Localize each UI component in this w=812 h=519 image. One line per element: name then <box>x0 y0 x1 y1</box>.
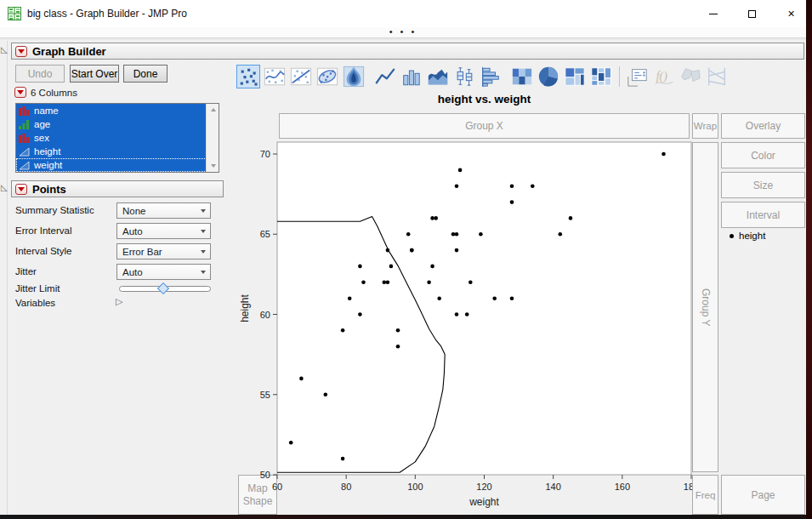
wrap-dropzone[interactable]: Wrap <box>692 113 718 139</box>
data-point[interactable] <box>510 296 514 300</box>
data-point[interactable] <box>386 281 390 285</box>
data-point[interactable] <box>430 216 434 220</box>
data-point[interactable] <box>324 393 328 397</box>
undo-button[interactable]: Undo <box>15 65 65 83</box>
pie-element-icon[interactable] <box>537 65 560 88</box>
interval-style-select[interactable]: Error Bar <box>116 243 211 260</box>
line-of-fit-element-icon[interactable] <box>289 65 313 88</box>
caption-box-element-icon[interactable] <box>626 65 650 88</box>
data-point[interactable] <box>451 232 456 237</box>
points-red-triangle-icon[interactable] <box>15 184 27 195</box>
data-point[interactable] <box>361 281 366 285</box>
column-item-sex[interactable]: sex <box>16 131 207 145</box>
data-point[interactable] <box>358 312 362 317</box>
data-point[interactable] <box>389 265 394 269</box>
page-dropzone[interactable]: Page <box>721 475 805 515</box>
variables-disclosure-icon[interactable]: ▷ <box>116 296 122 307</box>
close-button[interactable]: × <box>772 0 810 27</box>
interval-dropzone[interactable]: Interval <box>721 202 805 228</box>
parallel-element-icon[interactable] <box>705 65 729 88</box>
histogram-element-icon[interactable] <box>479 65 503 88</box>
summary-statistic-select[interactable]: None <box>116 202 211 219</box>
scroll-down-icon[interactable] <box>207 160 219 172</box>
column-item-height[interactable]: height <box>16 145 207 158</box>
columns-listbox[interactable]: name age sex height weight <box>15 103 219 173</box>
jitter-limit-slider[interactable] <box>119 286 211 292</box>
data-point[interactable] <box>662 152 666 157</box>
data-point[interactable] <box>430 265 434 269</box>
jitter-label: Jitter <box>15 266 37 277</box>
data-point[interactable] <box>396 345 400 349</box>
data-point[interactable] <box>531 184 535 188</box>
overlay-dropzone[interactable]: Overlay <box>721 113 805 139</box>
ellipse-element-icon[interactable] <box>315 65 339 88</box>
jitter-select[interactable]: Auto <box>116 264 211 280</box>
maximize-button[interactable] <box>733 0 771 27</box>
data-point[interactable] <box>434 216 438 220</box>
map-shapes-element-icon[interactable] <box>679 65 702 88</box>
data-point[interactable] <box>479 232 483 237</box>
data-point[interactable] <box>299 377 304 381</box>
data-point[interactable] <box>341 328 345 333</box>
red-triangle-menu-icon[interactable] <box>15 46 27 57</box>
done-button[interactable]: Done <box>123 65 168 83</box>
data-point[interactable] <box>510 184 514 188</box>
graph-builder-header: Graph Builder <box>11 43 804 60</box>
legend-marker-icon <box>730 234 734 238</box>
data-point[interactable] <box>458 168 463 173</box>
data-point[interactable] <box>348 296 352 300</box>
column-item-name[interactable]: name <box>16 104 207 117</box>
data-point[interactable] <box>510 200 514 204</box>
group-x-dropzone[interactable]: Group X <box>279 113 690 139</box>
start-over-button[interactable]: Start Over <box>70 65 119 83</box>
scroll-up-icon[interactable] <box>207 104 219 116</box>
toolbar-grip[interactable]: • • • <box>0 26 806 37</box>
line-element-icon[interactable] <box>373 65 397 88</box>
minimize-button[interactable] <box>694 0 732 27</box>
box-plot-element-icon[interactable] <box>452 65 476 88</box>
heatmap-element-icon[interactable] <box>510 65 534 88</box>
element-type-palette: f() <box>236 64 731 89</box>
freq-dropzone[interactable]: Freq <box>692 475 718 515</box>
data-point[interactable] <box>468 281 473 285</box>
data-point[interactable] <box>455 184 459 188</box>
collapse-triangle-icon[interactable]: ◺ <box>1 45 8 54</box>
points-collapse-triangle-icon[interactable]: ◺ <box>1 183 8 192</box>
group-y-dropzone[interactable]: Group Y <box>692 142 718 472</box>
scatter-plot[interactable]: 60801001201401601805055606570weightheigh… <box>228 136 692 516</box>
x-tick-label: 120 <box>476 482 491 492</box>
data-point[interactable] <box>455 248 459 253</box>
column-item-weight[interactable]: weight <box>16 158 207 172</box>
column-item-age[interactable]: age <box>16 117 207 131</box>
color-dropzone[interactable]: Color <box>721 142 805 168</box>
data-point[interactable] <box>358 265 362 269</box>
data-point[interactable] <box>289 441 293 445</box>
contour-element-icon[interactable] <box>342 65 366 88</box>
data-point[interactable] <box>437 296 441 300</box>
data-point[interactable] <box>410 248 414 253</box>
data-point[interactable] <box>396 328 400 333</box>
error-interval-select[interactable]: Auto <box>116 223 211 239</box>
mosaic-element-icon[interactable] <box>589 65 613 88</box>
slider-thumb[interactable] <box>157 282 169 294</box>
data-point[interactable] <box>455 232 459 237</box>
data-point[interactable] <box>341 457 345 461</box>
bar-element-icon[interactable] <box>400 65 423 88</box>
data-point[interactable] <box>383 281 387 285</box>
area-element-icon[interactable] <box>426 65 450 88</box>
columns-red-triangle-icon[interactable] <box>14 87 26 98</box>
points-element-icon[interactable] <box>236 65 260 88</box>
treemap-element-icon[interactable] <box>563 65 587 88</box>
data-point[interactable] <box>427 281 431 285</box>
formula-element-icon[interactable]: f() <box>652 65 676 88</box>
data-point[interactable] <box>569 216 573 220</box>
listbox-scrollbar[interactable] <box>206 104 219 172</box>
data-point[interactable] <box>406 232 411 237</box>
data-point[interactable] <box>559 232 563 237</box>
data-point[interactable] <box>492 296 497 300</box>
smoother-element-icon[interactable] <box>263 65 287 88</box>
data-point[interactable] <box>386 248 390 253</box>
size-dropzone[interactable]: Size <box>721 172 805 198</box>
data-point[interactable] <box>455 312 459 317</box>
data-point[interactable] <box>465 312 469 317</box>
